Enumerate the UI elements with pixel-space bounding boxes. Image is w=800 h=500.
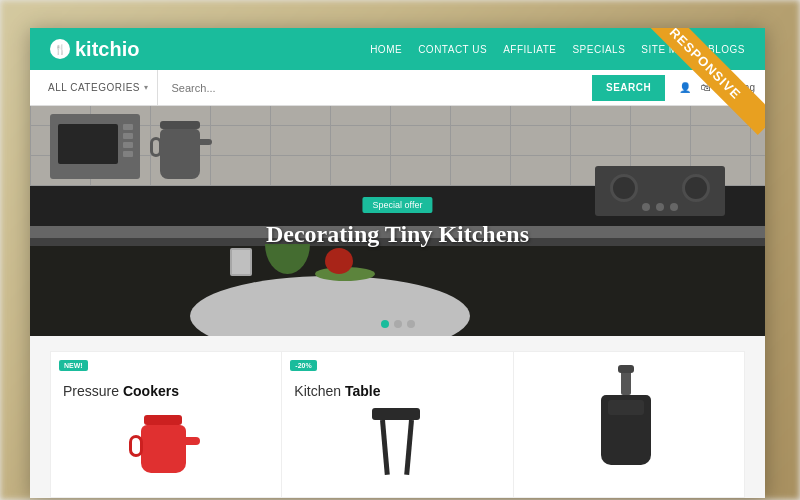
responsive-badge-label: RESPONSIVE <box>645 28 765 135</box>
logo-icon: 🍴 <box>50 39 70 59</box>
site-container: RESPONSIVE 🍴 kitchio HOME CONTACT US AFF… <box>30 28 765 498</box>
slider-dot-2[interactable] <box>394 320 402 328</box>
category-label: ALL CATEGORIES <box>48 82 140 93</box>
product-title-kitchen-table: Kitchen Table <box>294 382 500 400</box>
search-input[interactable] <box>164 82 586 94</box>
products-section: New! Pressure Cookers -20% Kitchen Table <box>30 336 765 498</box>
pressure-cooker-illustration <box>141 413 191 473</box>
product-card-pressure-cookers: New! Pressure Cookers <box>50 351 282 498</box>
slider-dot-1[interactable] <box>381 320 389 328</box>
product-card-dispenser <box>514 351 745 498</box>
hero-content: Special offer Decorating Tiny Kitchens <box>266 194 529 248</box>
special-offer-tag: Special offer <box>363 197 433 213</box>
slider-dots <box>381 320 415 328</box>
chevron-down-icon: ▾ <box>144 83 149 92</box>
product-title-normal-1: Pressure <box>63 383 123 399</box>
product-badge-discount: -20% <box>290 360 316 371</box>
product-title-bold-1: Cookers <box>123 383 179 399</box>
responsive-badge: RESPONSIVE <box>645 28 765 148</box>
product-title-pressure-cookers: Pressure Cookers <box>63 382 269 400</box>
product-badge-new: New! <box>59 360 88 371</box>
stool-illustration <box>372 408 422 478</box>
hero-title: Decorating Tiny Kitchens <box>266 221 529 248</box>
slider-dot-3[interactable] <box>407 320 415 328</box>
product-card-kitchen-table: -20% Kitchen Table <box>282 351 513 498</box>
product-image-pressure-cookers <box>63 400 269 485</box>
dispenser-illustration <box>601 385 656 465</box>
product-title-bold-2: Table <box>345 383 381 399</box>
product-image-kitchen-table <box>294 400 500 485</box>
product-title-normal-2: Kitchen <box>294 383 345 399</box>
logo[interactable]: 🍴 kitchio <box>50 38 139 61</box>
logo-text: kitchio <box>75 38 139 61</box>
nav-home[interactable]: HOME <box>370 44 402 55</box>
product-image-dispenser <box>526 364 732 485</box>
nav-affiliate[interactable]: AFFILIATE <box>503 44 556 55</box>
nav-contact[interactable]: CONTACT US <box>418 44 487 55</box>
category-select[interactable]: ALL CATEGORIES ▾ <box>40 70 158 105</box>
nav-specials[interactable]: SPECIALS <box>572 44 625 55</box>
